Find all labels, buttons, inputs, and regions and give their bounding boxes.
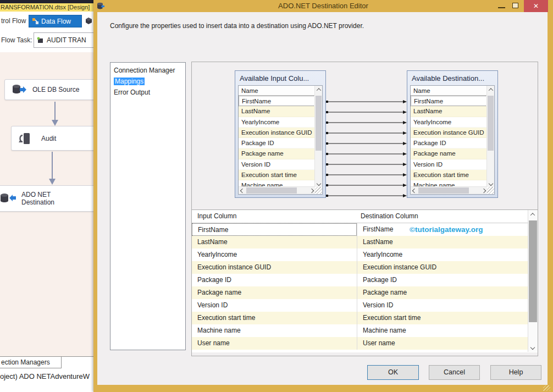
table-row[interactable]: Package namePackage name — [192, 286, 528, 299]
scrollbar-thumb[interactable] — [246, 187, 297, 194]
scroll-down-icon[interactable] — [487, 180, 494, 187]
input-column-cell[interactable]: YearlyIncome — [192, 249, 357, 261]
mapping-lines[interactable] — [326, 95, 407, 203]
data-flow-design-surface[interactable]: OLE DB Source Audit ADO NET — [0, 52, 93, 356]
mapping-line[interactable] — [326, 184, 328, 186]
vertical-scrollbar[interactable] — [314, 86, 322, 187]
nav-item-connection-manager[interactable]: Connection Manager — [110, 65, 185, 76]
scrollbar-thumb[interactable] — [316, 96, 322, 151]
close-button[interactable]: ✕ — [524, 0, 548, 12]
table-row[interactable]: LastNameLastName — [192, 236, 528, 249]
mapping-line[interactable] — [403, 163, 407, 166]
column-item[interactable]: Package ID — [411, 138, 487, 148]
table-row[interactable]: Machine nameMachine name — [192, 324, 528, 337]
mapping-line[interactable] — [403, 100, 407, 103]
mapping-line[interactable] — [403, 131, 407, 135]
mapping-line[interactable] — [326, 122, 328, 124]
mapping-line[interactable] — [403, 142, 407, 145]
column-item[interactable]: Package ID — [239, 138, 315, 148]
table-row[interactable]: Version IDVersion ID — [192, 299, 528, 312]
input-column-cell[interactable]: FirstName — [192, 223, 357, 236]
name-column-header[interactable]: Name — [411, 86, 487, 96]
input-column-cell[interactable]: Version ID — [192, 299, 357, 312]
scrollbar-thumb[interactable] — [418, 187, 469, 194]
destination-column-cell[interactable]: Execution instance GUID — [357, 261, 528, 274]
table-row[interactable]: Execution start timeExecution start time — [192, 312, 528, 324]
mapping-line[interactable] — [403, 121, 407, 124]
scroll-right-icon[interactable] — [308, 187, 315, 194]
column-item[interactable]: YearlyIncome — [239, 117, 315, 128]
tab-data-flow[interactable]: Data Flow — [29, 15, 82, 27]
flow-task-combobox[interactable]: AUDIT TRAN — [34, 32, 95, 48]
table-row[interactable]: YearlyIncomeYearlyIncome — [192, 249, 528, 261]
scroll-right-icon[interactable] — [480, 187, 487, 194]
input-column-cell[interactable]: Package ID — [192, 274, 357, 286]
column-item[interactable]: FirstName — [411, 96, 487, 106]
column-item[interactable]: YearlyIncome — [411, 117, 487, 128]
node-audit[interactable]: Audit — [11, 126, 98, 151]
horizontal-scrollbar[interactable] — [411, 186, 487, 194]
table-row[interactable]: User nameUser name — [192, 337, 528, 350]
destination-column-cell[interactable]: Machine name — [357, 324, 528, 337]
package-icon[interactable] — [84, 16, 93, 25]
mapping-line[interactable] — [326, 111, 328, 113]
scroll-left-icon[interactable] — [411, 187, 418, 194]
tab-control-flow[interactable]: trol Flow — [1, 17, 26, 25]
mapping-line[interactable] — [403, 152, 407, 156]
input-column-cell[interactable]: User name — [192, 337, 357, 350]
destination-column-cell[interactable]: LastName — [357, 236, 528, 249]
scroll-left-icon[interactable] — [239, 187, 246, 194]
dialog-titlebar[interactable]: ADO.NET Destination Editor ✕ — [93, 0, 553, 12]
table-row[interactable]: FirstNameFirstName©tutorialgateway.org — [192, 223, 528, 236]
column-item[interactable]: Execution start time — [239, 170, 315, 180]
nav-item-mappings[interactable]: Mappings — [110, 76, 185, 87]
flow-arrow[interactable] — [48, 152, 57, 185]
connection-managers-tab[interactable]: ection Managers — [0, 357, 62, 368]
column-item[interactable]: Package name — [411, 148, 487, 159]
destination-columns-listbox[interactable]: Name FirstNameLastNameYearlyIncomeExecut… — [410, 85, 495, 195]
input-column-cell[interactable]: Package name — [192, 286, 357, 299]
scroll-up-icon[interactable] — [528, 210, 537, 219]
destination-column-cell[interactable]: YearlyIncome — [357, 249, 528, 261]
resize-grip[interactable] — [487, 187, 494, 194]
mapping-line[interactable] — [403, 194, 407, 197]
minimize-button[interactable] — [498, 7, 505, 8]
mapping-line[interactable] — [403, 184, 407, 187]
input-column-cell[interactable]: Execution instance GUID — [192, 261, 357, 274]
ok-button[interactable]: OK — [367, 365, 419, 380]
scrollbar-thumb[interactable] — [488, 96, 494, 151]
mapping-line[interactable] — [326, 163, 328, 165]
mapping-line[interactable] — [326, 195, 328, 197]
input-column-cell[interactable]: Execution start time — [192, 312, 357, 324]
scroll-up-icon[interactable] — [487, 86, 494, 93]
column-item[interactable]: LastName — [411, 106, 487, 117]
column-item[interactable]: Execution instance GUID — [239, 128, 315, 138]
input-column-cell[interactable]: LastName — [192, 236, 357, 249]
destination-column-cell[interactable]: Version ID — [357, 299, 528, 312]
mapping-line[interactable] — [326, 132, 328, 134]
help-button[interactable]: Help — [490, 365, 541, 380]
destination-column-cell[interactable]: FirstName©tutorialgateway.org — [357, 223, 528, 236]
scrollbar-thumb[interactable] — [529, 220, 537, 322]
mapping-line[interactable] — [403, 173, 407, 176]
scroll-up-icon[interactable] — [315, 86, 322, 93]
grid-vertical-scrollbar[interactable] — [528, 210, 538, 352]
mapping-line[interactable] — [326, 142, 328, 145]
node-oledb-source[interactable]: OLE DB Source — [4, 79, 98, 100]
input-column-cell[interactable]: Machine name — [192, 324, 357, 337]
column-item[interactable]: LastName — [239, 106, 315, 117]
scroll-down-icon[interactable] — [528, 343, 537, 352]
nav-item-error-output[interactable]: Error Output — [110, 87, 185, 98]
column-item[interactable]: Execution start time — [411, 170, 487, 180]
vertical-scrollbar[interactable] — [486, 86, 494, 187]
column-item[interactable]: Version ID — [411, 159, 487, 170]
column-item[interactable]: FirstName — [239, 96, 315, 106]
flow-arrow[interactable] — [51, 102, 59, 126]
mapping-line[interactable] — [326, 174, 328, 176]
connection-manager-item[interactable]: oject) ADO NETAdventureW — [0, 372, 90, 380]
table-row[interactable]: Execution instance GUIDExecution instanc… — [192, 261, 528, 274]
maximize-button[interactable] — [512, 3, 518, 8]
node-adonet-destination[interactable]: ADO NET Destination — [0, 185, 99, 212]
input-column-header[interactable]: Input Column — [197, 210, 236, 223]
horizontal-scrollbar[interactable] — [239, 186, 315, 194]
